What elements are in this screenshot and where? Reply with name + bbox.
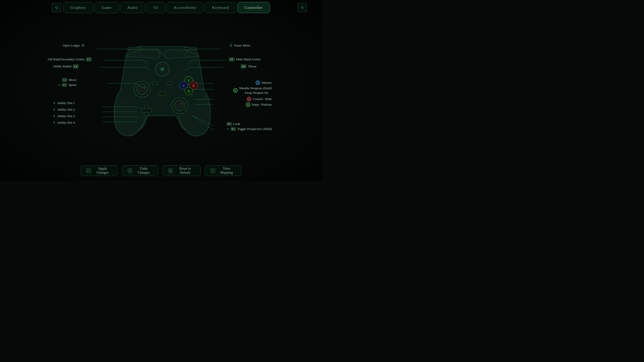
y-button: Y [233,88,238,93]
tab-q[interactable]: Q [52,3,61,12]
svg-point-9 [181,103,183,105]
svg-point-2 [134,81,150,97]
dpad-icon-4: ✦ [53,121,56,125]
svg-line-24 [158,49,163,55]
tab-audio[interactable]: Audio [120,2,145,13]
svg-line-34 [185,67,189,71]
x-button: X [256,80,260,85]
reset-label: Reset to Default [175,167,195,175]
ability-radial-text: Ability Radial [53,64,71,68]
apply-key: C [86,168,91,173]
label-ability-slot-2: Ability Slot 2 ✦ [53,108,75,112]
throw-text: Throw [248,64,257,68]
label-interact: X Interact [256,80,272,85]
svg-line-30 [188,60,192,65]
undo-changes-button[interactable]: U Undo Changes [122,165,158,176]
ls-sprint-badge: LS [62,83,67,87]
svg-point-17 [190,81,198,89]
ability-slot-3-text: Ability Slot 3 [57,114,75,118]
rs-toggle-badge: RS [231,127,236,131]
open-ledger-text: Open Ledger [63,43,80,48]
tab-accessibility[interactable]: Accessibility [166,2,204,13]
svg-rect-5 [145,106,148,116]
svg-rect-22 [184,47,197,50]
move-text: Move [69,78,76,82]
svg-rect-12 [158,92,166,96]
lt-badge: LT [86,57,92,61]
tab-ui[interactable]: UI [146,2,165,13]
close-icon[interactable]: X [298,3,307,12]
rs-toggle-arrow: ▼ [227,128,229,130]
label-open-ledger: ⊞ Open Ledger [63,43,85,48]
controller-area: ⊗ Y [48,35,274,156]
dpad-icon-3: ✦ [53,114,56,118]
svg-point-8 [174,100,185,111]
view-key: V [211,168,215,173]
rs-look-badge: RS [227,122,232,126]
pause-menu-text: Pause Menu [234,43,250,48]
svg-point-0 [155,62,169,76]
reset-key: R [168,168,173,173]
dpad-icon-2: ✦ [53,108,56,112]
ability-slot-1-text: Ability Slot 1 [57,101,75,105]
label-main-hand: RT Main Hand Action [229,57,260,61]
crouch-text: Crouch / Slide [253,97,272,101]
svg-text:Y: Y [187,79,190,83]
dpad-icon-1: ✦ [53,101,56,105]
sheathe-text-group: Sheathe Weapons (Hold) Swap Weapon Set [239,86,272,95]
interact-text: Interact [262,81,272,85]
view-mapping-button[interactable]: V View Mapping [205,165,242,176]
label-ability-slot-4: Ability Slot 4 ✦ [53,121,75,125]
svg-line-47 [192,116,214,130]
svg-point-19 [185,87,193,95]
svg-line-36 [136,83,143,88]
svg-point-7 [172,98,188,114]
label-crouch: B Crouch / Slide [247,97,272,101]
ability-slot-4-text: Ability Slot 4 [57,121,75,125]
open-ledger-icon: ⊞ [82,43,85,48]
rt-badge: RT [229,57,234,61]
look-text: Look [233,122,240,126]
pause-icon: ☰ [229,43,233,48]
a-button: A [246,102,250,107]
ls-arrow: ▼ [58,84,60,86]
ability-slot-2-text: Ability Slot 2 [57,108,75,112]
bottom-bar: C Apply Changes U Undo Changes R Reset t… [80,165,242,176]
svg-line-46 [192,116,214,126]
svg-line-32 [146,67,150,71]
undo-label: Undo Changes [135,167,153,175]
off-hand-text: Off Hand/Secondary Action [48,57,85,61]
label-throw: RB Throw [241,64,257,68]
apply-label: Apply Changes [93,167,112,175]
tab-game[interactable]: Game [94,2,119,13]
tab-graphics[interactable]: Graphics [63,2,93,13]
b-button: B [247,97,251,101]
label-off-hand: LT Off Hand/Secondary Action [48,57,92,61]
svg-point-15 [180,81,188,89]
svg-rect-6 [142,109,151,112]
jump-text: Jump / Parkour [252,103,272,107]
main-content: ⊗ Y [0,15,322,181]
toggle-perspective-text: Toggle Perspective (Hold) [237,127,272,131]
reset-default-button[interactable]: R Reset to Default [163,165,201,176]
svg-rect-21 [128,47,140,50]
rb-badge: RB [241,64,246,68]
svg-rect-11 [167,82,172,85]
sheathe-sub-text: Swap Weapon Set [239,91,272,95]
tab-keyboard[interactable]: Keyboard [205,2,236,13]
main-hand-text: Main Hand Action [236,57,260,61]
svg-text:X: X [182,84,185,88]
svg-text:B: B [192,84,195,88]
tab-controller[interactable]: Controller [237,2,270,13]
lb-badge: LB [73,64,78,68]
label-look: RS Look ▼ RS Toggle Perspective (Hold) [227,122,272,131]
svg-line-28 [144,60,148,65]
svg-line-38 [136,107,140,109]
nav-bar: Q Graphics Game Audio UI Accessibility K… [0,0,322,15]
label-move-sprint: Move LS Sprint LS ▼ [58,78,76,87]
label-sheathe: Y Sheathe Weapons (Hold) Swap Weapon Set [233,86,272,95]
apply-changes-button[interactable]: C Apply Changes [80,165,118,176]
label-jump: A Jump / Parkour [246,102,272,107]
svg-point-13 [185,76,193,84]
label-pause-menu: ☰ Pause Menu [229,43,250,48]
